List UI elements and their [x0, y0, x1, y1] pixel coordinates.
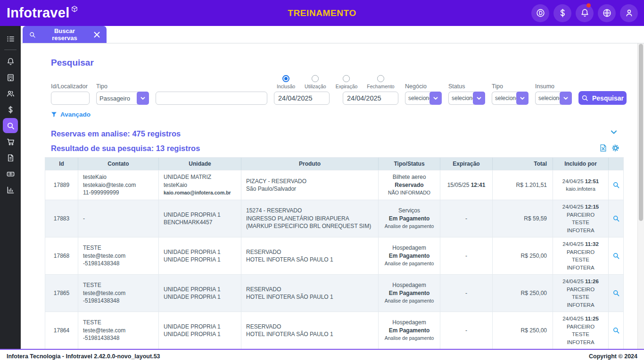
scrollbar-thumb[interactable]	[639, 44, 643, 221]
globe-icon[interactable]	[598, 4, 616, 22]
radio-circle[interactable]	[377, 75, 384, 82]
search-icon	[29, 31, 36, 38]
search-query-input[interactable]	[156, 92, 267, 105]
main-area: Buscar reservas Pesquisar Id/Localizador…	[21, 26, 644, 349]
cell-contato: TESTEteste@teste.com-51981438348	[78, 275, 159, 312]
table-row: 17883-UNIDADE PROPRIA 1BENCHMARK44571527…	[45, 200, 623, 237]
cell-incluido-por: 24/04/25 11:26PARCEIRO TESTE INFOTERA	[553, 275, 609, 312]
negocio-select-value: selecione..	[405, 92, 431, 105]
vertical-scrollbar[interactable]	[637, 43, 644, 349]
export-excel-icon[interactable]	[599, 144, 607, 152]
row-detail-search-icon[interactable]	[609, 200, 623, 237]
cell-contato: TESTEteste@teste.com-51981438348	[78, 312, 159, 349]
chevron-down-icon[interactable]	[516, 92, 528, 105]
tab-buscar-reservas[interactable]: Buscar reservas	[23, 26, 107, 43]
sidebar-item-document-icon[interactable]	[3, 150, 18, 165]
cell-unidade: UNIDADE PROPRIA 1UNIDADE PROPRIA 1	[159, 275, 241, 312]
table-header-row: IdContatoUnidadeProdutoTipo/StatusExpira…	[45, 158, 623, 170]
insumo-label: Insumo	[535, 83, 572, 90]
dollar-icon[interactable]	[553, 4, 571, 22]
cell-tipo-status: HospedagemEm PagamentoAnalise de pagamen…	[379, 275, 440, 312]
sidebar-divider	[4, 50, 17, 50]
pesquisar-button[interactable]: Pesquisar	[578, 91, 627, 105]
status-label: Status	[448, 83, 485, 90]
cell-contato: testeKaiotestekaio@teste.com11-999999999	[78, 170, 159, 200]
close-icon[interactable]	[93, 31, 100, 38]
sidebar-item-search-icon[interactable]	[3, 118, 18, 133]
radio-circle[interactable]	[282, 75, 289, 82]
radio-circle[interactable]	[343, 75, 350, 82]
radio-fechamento[interactable]: Fechamento	[367, 75, 394, 89]
environment-label: TREINAMENTO	[288, 8, 356, 18]
bell-icon[interactable]	[576, 4, 594, 22]
radio-utilização[interactable]: Utilização	[305, 75, 326, 89]
tab-bar: Buscar reservas	[21, 26, 644, 43]
infotravel-logo[interactable]: Infotravel	[7, 5, 78, 21]
cube-icon	[71, 6, 78, 12]
row-detail-search-icon[interactable]	[609, 237, 623, 274]
radio-expiração[interactable]: Expiração	[336, 75, 358, 89]
sidebar-item-menu-list-icon[interactable]	[3, 31, 18, 46]
footer-version-text: Infotera Tecnologia - Infotravel 2.42.0.…	[7, 353, 160, 360]
cell-incluido-por: 24/04/25 12:51kaio.infotera	[553, 170, 609, 200]
user-icon[interactable]	[620, 4, 638, 22]
notification-badge	[586, 3, 591, 8]
col-header-Contato: Contato	[78, 158, 159, 170]
date-from-input[interactable]	[274, 92, 330, 105]
negocio-select[interactable]: selecione..	[405, 92, 442, 105]
cell-produto: RESERVADOHOTEL INFOTERA SÃO PAULO 1	[241, 312, 379, 349]
col-header-Total: Total	[493, 158, 553, 170]
sidebar-item-building-icon[interactable]	[3, 70, 18, 85]
sidebar-item-finance-dollar-icon[interactable]	[3, 102, 18, 117]
row-detail-search-icon[interactable]	[609, 312, 623, 349]
sidebar-item-banknote-icon[interactable]	[3, 166, 18, 181]
col-header-Tipo/Status: Tipo/Status	[379, 158, 440, 170]
currency-d-icon[interactable]	[531, 4, 549, 22]
status-select[interactable]: selecione..	[448, 92, 485, 105]
cell-unidade: UNIDADE PROPRIA 1BENCHMARK4457	[159, 200, 241, 237]
col-header-Id: Id	[45, 158, 78, 170]
insumo-select[interactable]: selecione..	[535, 92, 572, 105]
cell-incluido-por: 24/04/25 11:32PARCEIRO TESTE INFOTERA	[553, 237, 609, 274]
cell-tipo-status: ServiçosEm PagamentoAnalise de pagamento	[379, 200, 440, 237]
col-header-Incluido por: Incluido por	[553, 158, 609, 170]
collapse-chevron-down-icon[interactable]	[610, 128, 618, 136]
cell-id: 17864	[45, 312, 78, 349]
search-icon	[581, 94, 588, 101]
cell-produto: RESERVADOHOTEL INFOTERA SÃO PAULO 1	[241, 275, 379, 312]
cell-expiracao: -	[440, 275, 493, 312]
radio-inclusão[interactable]: Inclusão	[277, 75, 295, 89]
results-table: IdContatoUnidadeProdutoTipo/StatusExpira…	[45, 157, 624, 349]
tipo2-select-value: selecione..	[492, 92, 518, 105]
negocio-label: Negócio	[405, 83, 442, 90]
date-to-input[interactable]	[343, 92, 398, 105]
chevron-down-icon[interactable]	[560, 92, 572, 105]
chevron-down-icon[interactable]	[429, 92, 442, 105]
footer-copyright: Copyright © 2024	[589, 353, 637, 360]
app-window: Infotravel TREINAMENTO Buscar reservas P…	[0, 0, 644, 363]
settings-gear-icon[interactable]	[611, 144, 619, 152]
radio-label: Fechamento	[367, 84, 394, 89]
sidebar-item-bar-chart-icon[interactable]	[3, 182, 18, 197]
avancado-link[interactable]: Avançado	[51, 111, 91, 118]
tipo2-label: Tipo	[492, 83, 528, 90]
tipo2-select[interactable]: selecione..	[492, 92, 528, 105]
row-detail-search-icon[interactable]	[609, 170, 623, 200]
table-row: 17864TESTEteste@teste.com-51981438348UNI…	[45, 312, 623, 349]
cell-produto: PIZACY - RESERVADOSão Paulo/Salvador	[241, 170, 379, 200]
row-detail-search-icon[interactable]	[609, 275, 623, 312]
col-header-Produto: Produto	[241, 158, 379, 170]
cell-produto: 15274 - RESERVADOINGRESSO PLANETÁRIO IBI…	[241, 200, 379, 237]
cell-produto: RESERVADOHOTEL INFOTERA SÃO PAULO 1	[241, 237, 379, 274]
filter-funnel-icon	[51, 111, 57, 118]
cell-tipo-status: HospedagemEm PagamentoAnalise de pagamen…	[379, 237, 440, 274]
sidebar-item-notifications-bell-icon[interactable]	[3, 54, 18, 69]
chevron-down-icon[interactable]	[473, 92, 485, 105]
tipo-select[interactable]: Passageiro	[96, 92, 149, 105]
sidebar-item-cart-icon[interactable]	[3, 134, 18, 149]
id-localizador-input[interactable]	[51, 92, 90, 105]
radio-circle[interactable]	[312, 75, 319, 82]
sidebar-item-people-icon[interactable]	[3, 86, 18, 101]
top-header: Infotravel TREINAMENTO	[0, 0, 644, 26]
chevron-down-icon[interactable]	[137, 92, 149, 105]
